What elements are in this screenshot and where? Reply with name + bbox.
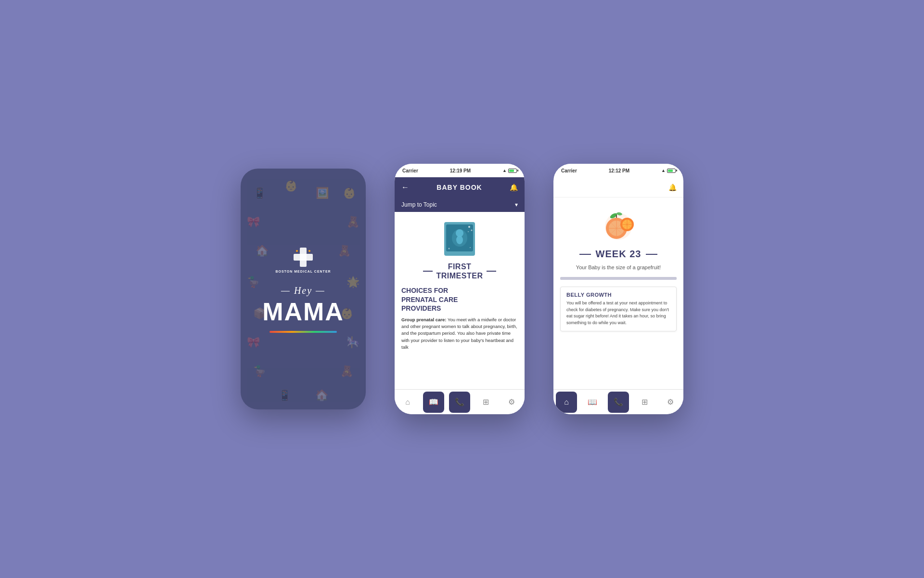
battery-icon-2: [508, 169, 517, 173]
nav-phone-2[interactable]: 📞: [449, 392, 470, 413]
calendar-icon-2: ⊞: [483, 397, 489, 407]
time-2: 12:19 PM: [450, 168, 471, 173]
grapefruit-image: [599, 205, 638, 244]
rainbow-bar: [270, 331, 337, 333]
bottom-nav-3: ⌂ 📖 📞 ⊞ ⚙: [553, 389, 683, 414]
svg-point-3: [308, 250, 310, 252]
baby-book-header: ← BABY BOOK 🔔: [395, 177, 525, 197]
nav-settings-3[interactable]: ⚙: [660, 392, 681, 413]
baby-book-content: FIRSTTRIMESTER CHOICES FORPRENATAL CAREP…: [395, 212, 525, 389]
section-dash-right: [487, 271, 496, 272]
phone-icon-3: 📞: [614, 397, 623, 407]
carrier-3: Carrier: [561, 168, 577, 173]
status-bar-3: Carrier 12:12 PM ▲: [553, 164, 683, 177]
home-icon-2: ⌂: [405, 398, 410, 407]
hey-label: — Hey —: [281, 285, 325, 296]
carrier-2: Carrier: [402, 168, 418, 173]
svg-point-11: [468, 231, 469, 232]
svg-point-2: [296, 250, 298, 252]
section-title: FIRSTTRIMESTER: [436, 262, 483, 280]
ultrasound-image: [440, 220, 479, 258]
belly-growth-card: BELLY GROWTH You will be offered a test …: [560, 287, 677, 331]
bmc-logo-svg: [291, 245, 315, 269]
jump-to-topic-label: Jump to Topic: [401, 201, 437, 208]
battery-icon-3: [667, 169, 676, 173]
svg-point-9: [468, 226, 470, 228]
status-icons-2: ▲: [502, 168, 517, 173]
week-view-content: WEEK 23 Your Baby is the size of a grape…: [553, 197, 683, 389]
svg-point-10: [471, 230, 473, 231]
content-body: Group prenatal care: You meet with a mid…: [401, 316, 518, 351]
card-body: You will be offered a test at your next …: [566, 300, 670, 326]
status-icons-3: ▲: [661, 168, 676, 173]
bmc-logo: BOSTON MEDICAL CENTER: [275, 245, 331, 274]
card-heading: BELLY GROWTH: [566, 292, 670, 298]
bell-icon-2[interactable]: 🔔: [510, 184, 518, 191]
jump-to-topic-bar[interactable]: Jump to Topic ▾: [395, 197, 525, 212]
calendar-icon-3: ⊞: [642, 397, 648, 407]
week-title: WEEK 23: [596, 249, 642, 260]
home-icon-3: ⌂: [564, 398, 569, 407]
book-icon-2: 📖: [429, 397, 438, 407]
header-title: BABY BOOK: [436, 184, 482, 191]
content-bold: Group prenatal care:: [401, 317, 446, 322]
bottom-nav-2: ⌂ 📖 📞 ⊞ ⚙: [395, 389, 525, 414]
nav-settings-2[interactable]: ⚙: [501, 392, 522, 413]
section-dash-left: [423, 271, 433, 272]
week-dash-left: [579, 254, 591, 255]
bell-icon-3[interactable]: 🔔: [668, 184, 677, 191]
svg-point-8: [456, 236, 463, 244]
time-3: 12:12 PM: [609, 168, 629, 173]
svg-rect-1: [294, 254, 313, 261]
mama-label: MAMA: [262, 299, 344, 324]
nav-book-2[interactable]: 📖: [423, 392, 444, 413]
jump-chevron-icon: ▾: [515, 201, 518, 208]
nav-home-3[interactable]: ⌂: [556, 392, 577, 413]
wifi-icon-3: ▲: [661, 168, 666, 173]
content-heading: CHOICES FORPRENATAL CAREPROVIDERS: [401, 286, 518, 313]
splash-content: BOSTON MEDICAL CENTER — Hey — MAMA: [262, 245, 344, 333]
nav-calendar-3[interactable]: ⊞: [634, 392, 655, 413]
week-subtitle: Your Baby is the size of a grapefruit!: [576, 264, 661, 270]
phone-baby-book: Carrier 12:19 PM ▲ ← BABY BOOK 🔔 Jump to…: [395, 164, 525, 414]
settings-icon-3: ⚙: [667, 397, 674, 407]
settings-icon-2: ⚙: [508, 397, 515, 407]
nav-calendar-2[interactable]: ⊞: [475, 392, 496, 413]
phone-week-view: Carrier 12:12 PM ▲ 🔔: [553, 164, 683, 414]
week-title-row: WEEK 23: [579, 249, 658, 260]
divider-bar: [560, 277, 677, 280]
book-icon-3: 📖: [588, 397, 597, 407]
battery-fill-2: [509, 170, 514, 172]
bmc-brand-text: BOSTON MEDICAL CENTER: [275, 269, 331, 274]
back-button[interactable]: ←: [401, 183, 409, 192]
status-bar-2: Carrier 12:19 PM ▲: [395, 164, 525, 177]
svg-point-13: [470, 247, 471, 248]
phone-splash: 📱 🖼️ 👶 🎀 🧸 🏠 🧸 🦆 🌟 📦 👶 🎀 🎠 🦆 🧸 👶 📱 🏠: [241, 169, 366, 409]
week-view-header: 🔔: [553, 177, 683, 197]
nav-book-3[interactable]: 📖: [582, 392, 603, 413]
phone-icon-2: 📞: [455, 397, 464, 407]
wifi-icon-2: ▲: [502, 168, 507, 173]
nav-home-2[interactable]: ⌂: [397, 392, 418, 413]
week-dash-right: [646, 254, 657, 255]
svg-point-12: [449, 248, 450, 250]
battery-fill-3: [668, 170, 673, 172]
nav-phone-3[interactable]: 📞: [608, 392, 629, 413]
section-title-row: FIRSTTRIMESTER: [401, 262, 518, 280]
